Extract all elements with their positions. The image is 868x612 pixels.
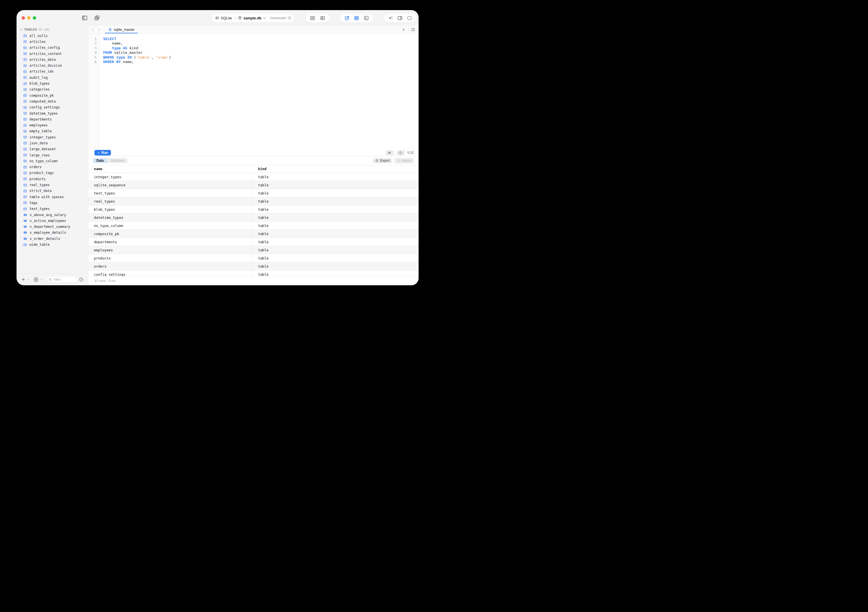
sidebar-item-product_tags[interactable]: product_tags bbox=[17, 170, 88, 176]
sidebar-item-articles_idx[interactable]: articles_idx bbox=[17, 69, 88, 74]
ai-assistant-button[interactable] bbox=[388, 15, 394, 21]
sidebar-item-tags[interactable]: tags bbox=[17, 200, 88, 206]
sidebar-item-composite_pk[interactable]: composite_pk bbox=[17, 93, 88, 98]
table-row[interactable]: integer_typestable bbox=[88, 173, 418, 181]
sidebar-item-articles_docsize[interactable]: articles_docsize bbox=[17, 62, 88, 68]
filter-search-field[interactable] bbox=[46, 277, 77, 282]
run-query-button[interactable]: Run bbox=[95, 150, 111, 155]
tab-structure[interactable]: Structure bbox=[107, 158, 127, 163]
code-line[interactable]: WHERE type IN ('table', 'view') bbox=[103, 55, 418, 60]
sidebar-item-config_settings[interactable]: config_settings bbox=[17, 105, 88, 110]
sidebar-item-table-with-spaces[interactable]: table with spaces bbox=[17, 194, 88, 200]
gallery-view-button[interactable] bbox=[320, 15, 325, 21]
back-button[interactable] bbox=[91, 28, 95, 31]
column-header-kind[interactable]: kind bbox=[253, 167, 267, 171]
chevron-down-icon[interactable] bbox=[27, 278, 29, 280]
sidebar-item-v_employee_details[interactable]: v_employee_details bbox=[17, 230, 88, 236]
sidebar-item-articles_content[interactable]: articles_content bbox=[17, 51, 88, 57]
list-view-button[interactable] bbox=[310, 15, 315, 21]
sidebar-item-empty_table[interactable]: empty_table bbox=[17, 129, 88, 134]
table-view-button[interactable] bbox=[354, 15, 359, 21]
table-row[interactable]: no_type_columntable bbox=[88, 222, 418, 230]
table-row[interactable]: blob_typestable bbox=[88, 205, 418, 214]
sidebar-item-products[interactable]: products bbox=[17, 176, 88, 182]
table-row[interactable]: sqlite_sequencetable bbox=[88, 181, 418, 189]
eye-icon bbox=[23, 225, 27, 229]
table-row[interactable]: text_typestable bbox=[88, 189, 418, 197]
code-line[interactable]: name, bbox=[103, 41, 418, 46]
code-area[interactable]: SELECT name, type AS kindFROM sqlite_mas… bbox=[99, 34, 418, 149]
focus-mode-button[interactable] bbox=[407, 15, 412, 21]
sidebar-item-wide_table[interactable]: wide_table bbox=[17, 242, 88, 248]
table-row[interactable]: productstable bbox=[88, 254, 418, 262]
server-icon bbox=[215, 16, 219, 20]
forward-button[interactable] bbox=[97, 28, 101, 31]
format-query-button[interactable] bbox=[386, 150, 394, 155]
code-line[interactable]: ORDER BY name; bbox=[103, 60, 418, 64]
sidebar-item-v_above_avg_salary[interactable]: v_above_avg_salary bbox=[17, 212, 88, 218]
tables-section-header[interactable]: TABLES (36) bbox=[17, 26, 88, 32]
new-query-button[interactable] bbox=[94, 15, 100, 21]
tab-data[interactable]: Data bbox=[93, 158, 107, 163]
chevron-down-icon[interactable] bbox=[263, 17, 266, 19]
sidebar-item-articles_config[interactable]: articles_config bbox=[17, 45, 88, 51]
sidebar-item-blob_types[interactable]: blob_types bbox=[17, 81, 88, 86]
sidebar-item-v_department_summary[interactable]: v_department_summary bbox=[17, 224, 88, 230]
table-icon bbox=[23, 112, 27, 115]
connection-breadcrumb[interactable]: SQLite sample.db Connected bbox=[212, 14, 294, 22]
sidebar-item-computed_data[interactable]: computed_data bbox=[17, 98, 88, 104]
sidebar-toggle-icon[interactable] bbox=[82, 15, 88, 21]
split-view-button[interactable] bbox=[411, 28, 415, 32]
close-window-button[interactable] bbox=[22, 16, 25, 20]
table-row[interactable]: datetime_typestable bbox=[88, 214, 418, 222]
table-row[interactable]: real_typestable bbox=[88, 197, 418, 205]
table-row[interactable]: departmentstable bbox=[88, 238, 418, 246]
sidebar-item-real_types[interactable]: real_types bbox=[17, 182, 88, 188]
sidebar-item-all_nulls[interactable]: all_nulls bbox=[17, 33, 88, 39]
sidebar-item-datetime_types[interactable]: datetime_types bbox=[17, 110, 88, 116]
sidebar-item-text_types[interactable]: text_types bbox=[17, 206, 88, 212]
table-row[interactable]: orderstable bbox=[88, 262, 418, 270]
zoom-window-button[interactable] bbox=[33, 16, 36, 20]
new-tab-button[interactable] bbox=[401, 28, 406, 32]
sidebar-item-strict_data[interactable]: strict_data bbox=[17, 188, 88, 194]
code-line[interactable]: FROM sqlite_master bbox=[103, 50, 418, 55]
table-row[interactable]: composite_pktable bbox=[88, 230, 418, 238]
sidebar-item-orders[interactable]: orders bbox=[17, 164, 88, 170]
sidebar-item-articles_data[interactable]: articles_data bbox=[17, 57, 88, 62]
sidebar-item-departments[interactable]: departments bbox=[17, 116, 88, 122]
terminal-button[interactable] bbox=[364, 15, 369, 21]
sql-editor[interactable]: 123456 SELECT name, type AS kindFROM sql… bbox=[88, 34, 418, 149]
sidebar-item-v_active_employees[interactable]: v_active_employees bbox=[17, 218, 88, 224]
filter-options-button[interactable] bbox=[33, 277, 39, 282]
sidebar-item-large_rows[interactable]: large_rows bbox=[17, 152, 88, 158]
sidebar-item-employees[interactable]: employees bbox=[17, 122, 88, 128]
query-history-button[interactable] bbox=[397, 150, 405, 155]
column-header-name[interactable]: name bbox=[88, 167, 253, 171]
export-button[interactable]: Export bbox=[373, 158, 392, 163]
info-icon[interactable] bbox=[39, 28, 42, 31]
sidebar-item-audit_log[interactable]: audit_log bbox=[17, 74, 88, 81]
code-line[interactable]: type AS kind bbox=[103, 46, 418, 51]
table-row[interactable]: config_settingstable bbox=[88, 270, 418, 276]
sidebar-item-no_type_column[interactable]: no_type_column bbox=[17, 158, 88, 164]
sidebar-item-categories[interactable]: categories bbox=[17, 87, 88, 93]
disconnect-icon[interactable] bbox=[287, 16, 291, 20]
add-table-button[interactable] bbox=[21, 277, 25, 282]
table-row[interactable]: employeestable bbox=[88, 246, 418, 254]
tab-sqlite-master[interactable]: sqlite_master bbox=[105, 26, 138, 33]
query-editor-button[interactable] bbox=[344, 15, 350, 21]
table-icon bbox=[23, 189, 27, 193]
chevron-down-icon[interactable] bbox=[40, 278, 43, 280]
sidebar-item-articles[interactable]: articles bbox=[17, 39, 88, 45]
right-panel-toggle-button[interactable] bbox=[397, 15, 403, 21]
minimize-window-button[interactable] bbox=[27, 16, 31, 20]
filter-input[interactable] bbox=[53, 277, 75, 281]
history-icon[interactable] bbox=[79, 277, 84, 282]
import-button[interactable]: Import bbox=[395, 158, 414, 163]
sidebar-item-json_data[interactable]: json_data bbox=[17, 140, 88, 146]
code-line[interactable]: SELECT bbox=[103, 37, 418, 42]
sidebar-item-integer_types[interactable]: integer_types bbox=[17, 134, 88, 140]
sidebar-item-large_dataset[interactable]: large_dataset bbox=[17, 146, 88, 152]
sidebar-item-v_order_details[interactable]: v_order_details bbox=[17, 236, 88, 242]
